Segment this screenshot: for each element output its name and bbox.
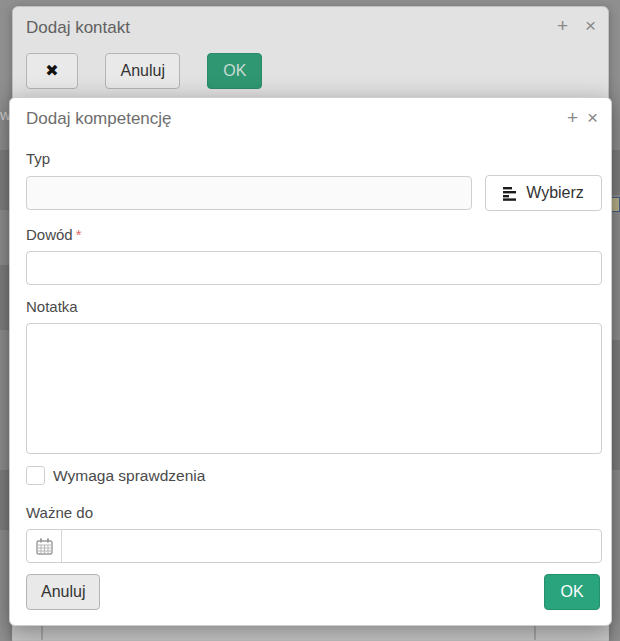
background-row-fragment (612, 150, 620, 195)
wybierz-button-label: Wybierz (526, 184, 584, 202)
dialog-content-sliver (13, 625, 608, 640)
dowod-label: Dowód* (26, 226, 82, 243)
close-x-button[interactable]: ✖ (26, 53, 78, 89)
cancel-button[interactable]: Anuluj (26, 574, 100, 610)
typ-label: Typ (26, 150, 50, 167)
notatka-label: Notatka (26, 298, 78, 315)
typ-input[interactable] (26, 176, 472, 210)
wymaga-sprawdzenia-checkbox[interactable] (26, 466, 45, 485)
list-icon (503, 186, 518, 201)
dowod-input[interactable] (26, 251, 602, 285)
dialog-footer: Anuluj OK (10, 574, 611, 610)
maximize-icon[interactable]: + (557, 16, 568, 35)
cancel-button[interactable]: Anuluj (105, 53, 179, 89)
wazne-do-field (26, 529, 602, 563)
ok-button[interactable]: OK (207, 53, 262, 89)
calendar-addon[interactable] (27, 530, 62, 562)
dialog-title: Dodaj kontakt (26, 18, 130, 38)
close-icon[interactable]: × (585, 16, 596, 35)
wymaga-sprawdzenia-label: Wymaga sprawdzenia (53, 467, 205, 485)
maximize-icon[interactable]: + (567, 108, 578, 127)
background-row-fragment (0, 150, 9, 210)
dialog-title: Dodaj kompetencję (26, 109, 172, 129)
calendar-icon (36, 538, 53, 555)
wymaga-sprawdzenia-row[interactable]: Wymaga sprawdzenia (26, 466, 205, 485)
notatka-textarea[interactable] (26, 323, 602, 454)
background-row-fragment (0, 265, 9, 330)
table-column-divider (534, 625, 536, 640)
wybierz-button[interactable]: Wybierz (485, 175, 602, 211)
dialog-header: Dodaj kontakt + × (13, 7, 608, 49)
dialog-dodaj-kompetencje: Dodaj kompetencję + × Typ Wybierz Dowód*… (9, 97, 612, 626)
wazne-do-label: Ważne do (26, 504, 93, 521)
background-row-fragment (0, 470, 9, 530)
table-column-divider (41, 625, 43, 640)
required-mark: * (76, 226, 82, 243)
background-row-fragment (612, 340, 620, 470)
dialog-toolbar: ✖ Anuluj OK (26, 53, 262, 89)
close-icon[interactable]: × (587, 108, 598, 127)
ok-button[interactable]: OK (544, 574, 600, 610)
wazne-do-input[interactable] (62, 530, 601, 562)
